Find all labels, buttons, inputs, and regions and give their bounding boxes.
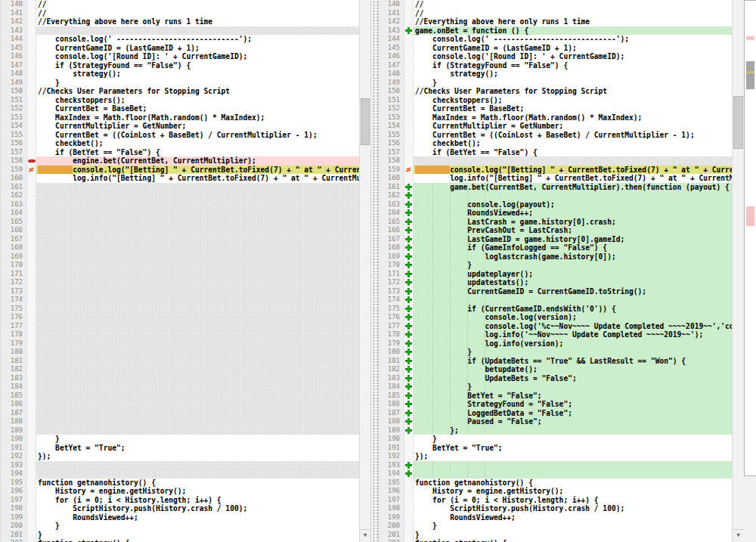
code-text[interactable] — [36, 365, 361, 374]
code-text[interactable]: } — [414, 348, 732, 357]
code-text[interactable]: betupdate(); — [414, 365, 732, 374]
code-text[interactable]: CurrentBet = ((CoinLost + BaseBet) / Cur… — [414, 131, 732, 140]
code-text[interactable]: for (i = 0; i < History.length; i++) { — [414, 496, 732, 505]
code-text[interactable] — [36, 191, 361, 200]
code-text[interactable]: log.info(version); — [414, 339, 732, 348]
code-text[interactable] — [36, 313, 361, 322]
code-text[interactable]: CurrentGameID = CurrentGameID.toString()… — [414, 287, 732, 296]
code-text[interactable]: if (CurrentGameID.endsWith('0')) { — [414, 305, 732, 314]
code-text[interactable]: console.log('[Round ID]: ' + CurrentGame… — [414, 52, 732, 61]
code-text[interactable] — [36, 278, 361, 287]
code-text[interactable]: strategy(); — [414, 70, 732, 79]
code-text[interactable]: CurrentGameID = (LastGameID + 1); — [36, 44, 361, 53]
code-text[interactable]: loglastcrash(game.history[0]); — [414, 252, 732, 262]
code-text[interactable]: //Everything above here only runs 1 time — [36, 17, 361, 26]
code-text[interactable]: if (BetYet == "False") { — [36, 148, 361, 157]
code-text[interactable]: }; — [414, 426, 732, 435]
code-text[interactable]: engine.bet(CurrentBet, CurrentMultiplier… — [36, 156, 361, 166]
code-text[interactable]: LastGameID = game.history[0].gameId; — [414, 235, 732, 244]
diff-overview-bar[interactable] — [744, 0, 756, 476]
code-text[interactable] — [36, 270, 361, 279]
code-text[interactable]: console.log(' --------------------------… — [36, 35, 361, 44]
code-text[interactable]: }); — [414, 452, 732, 461]
diff-overview-mark[interactable] — [746, 73, 754, 89]
code-text[interactable]: } — [36, 435, 361, 444]
code-text[interactable]: game.bet(CurrentBet, CurrentMultiplier).… — [414, 183, 732, 192]
code-text[interactable] — [414, 191, 732, 200]
code-text[interactable]: console.log(payout); — [414, 200, 732, 209]
pane-splitter[interactable] — [370, 0, 379, 542]
code-text[interactable] — [36, 296, 361, 305]
code-text[interactable]: console.log(' --------------------------… — [414, 35, 732, 44]
code-text[interactable]: } — [414, 531, 732, 540]
code-text[interactable]: function getnanohistory() { — [414, 479, 732, 488]
code-text[interactable] — [36, 392, 361, 401]
code-text[interactable] — [36, 330, 361, 339]
code-text[interactable]: } — [414, 435, 732, 444]
code-text[interactable]: log.info('~~Nov~~~~ Update Completed ~~~… — [414, 330, 732, 339]
code-text[interactable]: } — [414, 522, 732, 531]
code-text[interactable]: StrategyFound = "False"; — [414, 400, 732, 409]
code-text[interactable]: checkbet(); — [414, 139, 732, 148]
code-text[interactable] — [36, 417, 361, 426]
code-text[interactable]: for (i = 0; i < History.length; i++) { — [36, 496, 361, 505]
code-text[interactable]: // — [414, 9, 732, 18]
code-text[interactable] — [36, 469, 361, 479]
code-text[interactable]: updateplayer(); — [414, 270, 732, 279]
code-text[interactable] — [36, 322, 361, 331]
code-text[interactable]: //Everything above here only runs 1 time — [414, 17, 732, 26]
code-text[interactable]: if (StrategyFound == "False") { — [414, 61, 732, 70]
code-text[interactable] — [36, 305, 361, 314]
code-text[interactable]: // — [36, 9, 361, 18]
code-text[interactable]: game.onBet = function () { — [414, 26, 732, 36]
code-text[interactable]: BetYet = "True"; — [36, 444, 361, 453]
code-text[interactable]: checkstoppers(); — [414, 96, 732, 105]
code-text[interactable]: LoggedBetData = "False"; — [414, 409, 732, 418]
code-text[interactable]: if (StrategyFound == "False") { — [36, 61, 361, 70]
code-text[interactable]: CurrentBet = BaseBet; — [414, 104, 732, 113]
code-text[interactable] — [36, 426, 361, 435]
code-text[interactable] — [36, 209, 361, 218]
code-text[interactable] — [36, 218, 361, 227]
code-text[interactable]: } — [36, 79, 361, 88]
code-text[interactable]: console.log("[Betting] " + CurrentBet.to… — [414, 166, 732, 175]
code-text[interactable]: // — [36, 0, 361, 9]
code-text[interactable] — [36, 461, 361, 470]
code-text[interactable]: Paused = "False"; — [414, 417, 732, 426]
code-text[interactable]: console.log(version); — [414, 313, 732, 322]
code-text[interactable]: BetYet = "False"; — [414, 392, 732, 401]
diff-overview-mark[interactable] — [746, 206, 754, 226]
code-text[interactable] — [414, 156, 732, 166]
code-text[interactable]: // — [414, 0, 732, 9]
code-text[interactable] — [36, 235, 361, 244]
code-text[interactable]: RoundsViewed++; — [36, 513, 361, 522]
code-text[interactable]: if (UpdateBets == "True" && LastResult =… — [414, 357, 732, 366]
right-scroll-down-button[interactable]: ▼ — [733, 529, 744, 542]
right-scrollbar-thumb[interactable] — [733, 96, 743, 149]
code-text[interactable]: } — [36, 522, 361, 531]
code-text[interactable]: MaxIndex = Math.floor(Math.random() * Ma… — [414, 113, 732, 122]
code-text[interactable] — [36, 183, 361, 192]
code-text[interactable]: RoundsViewed++; — [414, 209, 732, 218]
code-text[interactable]: CurrentBet = ((CoinLost + BaseBet) / Cur… — [36, 131, 361, 140]
code-text[interactable]: PrevCashOut = LastCrash; — [414, 226, 732, 235]
code-text[interactable]: if (BetYet == "False") { — [414, 148, 732, 157]
code-text[interactable]: log.info("[Betting] " + CurrentBet.toFix… — [36, 174, 361, 183]
code-text[interactable]: if (GameInfoLogged == "False") { — [414, 243, 732, 252]
code-text[interactable] — [36, 400, 361, 409]
code-text[interactable]: strategy(); — [36, 70, 361, 79]
diff-overview-mark[interactable] — [746, 61, 754, 71]
code-text[interactable]: console.log('%c~~Nov~~~~ Update Complete… — [414, 322, 732, 331]
code-text[interactable] — [36, 382, 361, 392]
left-scroll-down-button[interactable]: ▼ — [360, 529, 370, 542]
code-text[interactable]: } — [414, 261, 732, 270]
code-text[interactable]: BetYet = "True"; — [414, 444, 732, 453]
code-text[interactable]: function strategy() { — [414, 539, 732, 542]
code-text[interactable]: CurrentGameID = (LastGameID + 1); — [414, 44, 732, 53]
code-text[interactable] — [36, 252, 361, 262]
code-text[interactable] — [36, 287, 361, 296]
code-text[interactable] — [36, 374, 361, 383]
code-text[interactable] — [36, 339, 361, 348]
code-text[interactable]: function strategy() { — [36, 539, 361, 542]
code-text[interactable]: } — [36, 531, 361, 540]
